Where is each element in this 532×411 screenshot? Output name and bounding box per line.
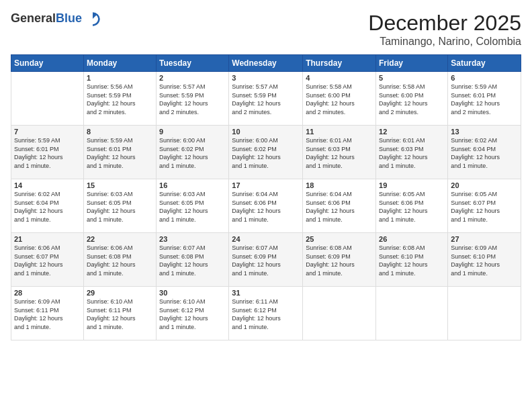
- table-row: 27Sunrise: 6:09 AM Sunset: 6:10 PM Dayli…: [448, 233, 521, 287]
- day-info: Sunrise: 5:56 AM Sunset: 5:59 PM Dayligh…: [87, 83, 153, 116]
- table-row: 19Sunrise: 6:05 AM Sunset: 6:06 PM Dayli…: [376, 179, 448, 233]
- table-row: 25Sunrise: 6:08 AM Sunset: 6:09 PM Dayli…: [303, 233, 376, 287]
- table-row: 18Sunrise: 6:04 AM Sunset: 6:06 PM Dayli…: [303, 179, 376, 233]
- logo-general: GeneralBlue: [11, 12, 82, 26]
- day-number: 30: [159, 289, 226, 297]
- day-info: Sunrise: 6:02 AM Sunset: 6:04 PM Dayligh…: [14, 190, 81, 224]
- col-monday: Monday: [83, 55, 156, 72]
- day-number: 31: [232, 289, 300, 297]
- day-number: 11: [306, 128, 373, 136]
- table-row: 12Sunrise: 6:01 AM Sunset: 6:03 PM Dayli…: [376, 126, 448, 179]
- day-info: Sunrise: 5:59 AM Sunset: 6:01 PM Dayligh…: [87, 136, 153, 170]
- day-number: 22: [87, 235, 153, 243]
- day-info: Sunrise: 6:06 AM Sunset: 6:08 PM Dayligh…: [87, 244, 153, 277]
- table-row: 1Sunrise: 5:56 AM Sunset: 5:59 PM Daylig…: [83, 72, 156, 126]
- page: GeneralBlue December 2025 Taminango, Nar…: [0, 0, 532, 411]
- day-number: 14: [14, 181, 81, 189]
- day-info: Sunrise: 6:09 AM Sunset: 6:11 PM Dayligh…: [14, 298, 81, 331]
- table-row: 21Sunrise: 6:06 AM Sunset: 6:07 PM Dayli…: [11, 233, 84, 287]
- day-number: 7: [14, 128, 81, 136]
- table-row: 15Sunrise: 6:03 AM Sunset: 6:05 PM Dayli…: [83, 179, 156, 233]
- day-number: 20: [451, 181, 518, 189]
- day-info: Sunrise: 5:57 AM Sunset: 5:59 PM Dayligh…: [159, 83, 226, 116]
- table-row: 17Sunrise: 6:04 AM Sunset: 6:06 PM Dayli…: [229, 179, 303, 233]
- table-row: 2Sunrise: 5:57 AM Sunset: 5:59 PM Daylig…: [157, 72, 229, 126]
- table-row: 23Sunrise: 6:07 AM Sunset: 6:08 PM Dayli…: [157, 233, 229, 287]
- logo-icon: [85, 11, 101, 27]
- day-info: Sunrise: 5:58 AM Sunset: 6:00 PM Dayligh…: [306, 83, 373, 116]
- table-row: 13Sunrise: 6:02 AM Sunset: 6:04 PM Dayli…: [448, 126, 521, 179]
- table-row: 14Sunrise: 6:02 AM Sunset: 6:04 PM Dayli…: [11, 179, 84, 233]
- day-info: Sunrise: 5:58 AM Sunset: 6:00 PM Dayligh…: [379, 83, 445, 116]
- col-sunday: Sunday: [11, 55, 84, 72]
- day-number: 26: [379, 235, 445, 243]
- table-row: 26Sunrise: 6:08 AM Sunset: 6:10 PM Dayli…: [376, 233, 448, 287]
- table-row: 20Sunrise: 6:05 AM Sunset: 6:07 PM Dayli…: [448, 179, 521, 233]
- table-row: 3Sunrise: 5:57 AM Sunset: 5:59 PM Daylig…: [229, 72, 303, 126]
- table-row: 11Sunrise: 6:01 AM Sunset: 6:03 PM Dayli…: [303, 126, 376, 179]
- day-info: Sunrise: 5:59 AM Sunset: 6:01 PM Dayligh…: [451, 83, 518, 116]
- day-number: 17: [232, 181, 300, 189]
- day-info: Sunrise: 6:05 AM Sunset: 6:07 PM Dayligh…: [451, 190, 518, 224]
- table-row: 7Sunrise: 5:59 AM Sunset: 6:01 PM Daylig…: [11, 126, 84, 179]
- day-info: Sunrise: 6:01 AM Sunset: 6:03 PM Dayligh…: [379, 136, 445, 170]
- table-row: 8Sunrise: 5:59 AM Sunset: 6:01 PM Daylig…: [83, 126, 156, 179]
- day-info: Sunrise: 6:05 AM Sunset: 6:06 PM Dayligh…: [379, 190, 445, 224]
- table-row: 24Sunrise: 6:07 AM Sunset: 6:09 PM Dayli…: [229, 233, 303, 287]
- table-row: 4Sunrise: 5:58 AM Sunset: 6:00 PM Daylig…: [303, 72, 376, 126]
- day-number: 10: [232, 128, 300, 136]
- col-wednesday: Wednesday: [229, 55, 303, 72]
- day-number: 18: [306, 181, 373, 189]
- table-row: 5Sunrise: 5:58 AM Sunset: 6:00 PM Daylig…: [376, 72, 448, 126]
- day-info: Sunrise: 5:57 AM Sunset: 5:59 PM Dayligh…: [232, 83, 300, 116]
- day-info: Sunrise: 6:09 AM Sunset: 6:10 PM Dayligh…: [451, 244, 518, 277]
- table-row: 29Sunrise: 6:10 AM Sunset: 6:11 PM Dayli…: [83, 287, 156, 340]
- day-number: 15: [87, 181, 153, 189]
- day-number: 23: [159, 235, 226, 243]
- col-tuesday: Tuesday: [157, 55, 229, 72]
- month-title: December 2025: [368, 11, 521, 36]
- calendar-week-1: 7Sunrise: 5:59 AM Sunset: 6:01 PM Daylig…: [11, 126, 521, 179]
- col-saturday: Saturday: [448, 55, 521, 72]
- day-info: Sunrise: 6:04 AM Sunset: 6:06 PM Dayligh…: [306, 190, 373, 224]
- day-number: 8: [87, 128, 153, 136]
- calendar-week-4: 28Sunrise: 6:09 AM Sunset: 6:11 PM Dayli…: [11, 287, 521, 340]
- table-row: 10Sunrise: 6:00 AM Sunset: 6:02 PM Dayli…: [229, 126, 303, 179]
- day-number: 12: [379, 128, 445, 136]
- day-number: 4: [306, 74, 373, 82]
- day-number: 21: [14, 235, 81, 243]
- day-number: 5: [379, 74, 445, 82]
- day-number: 19: [379, 181, 445, 189]
- day-number: 16: [159, 181, 226, 189]
- day-number: 29: [87, 289, 153, 297]
- day-number: 25: [306, 235, 373, 243]
- day-info: Sunrise: 6:08 AM Sunset: 6:09 PM Dayligh…: [306, 244, 373, 277]
- table-row: 28Sunrise: 6:09 AM Sunset: 6:11 PM Dayli…: [11, 287, 84, 340]
- location-title: Taminango, Narino, Colombia: [368, 36, 521, 48]
- day-number: 3: [232, 74, 300, 82]
- calendar-week-2: 14Sunrise: 6:02 AM Sunset: 6:04 PM Dayli…: [11, 179, 521, 233]
- day-info: Sunrise: 6:03 AM Sunset: 6:05 PM Dayligh…: [159, 190, 226, 224]
- header: GeneralBlue December 2025 Taminango, Nar…: [11, 11, 521, 48]
- day-number: 13: [451, 128, 518, 136]
- day-number: 6: [451, 74, 518, 82]
- calendar-header-row: Sunday Monday Tuesday Wednesday Thursday…: [11, 55, 521, 72]
- table-row: [11, 72, 84, 126]
- day-info: Sunrise: 6:06 AM Sunset: 6:07 PM Dayligh…: [14, 244, 81, 277]
- day-info: Sunrise: 6:00 AM Sunset: 6:02 PM Dayligh…: [159, 136, 226, 170]
- day-info: Sunrise: 6:04 AM Sunset: 6:06 PM Dayligh…: [232, 190, 300, 224]
- day-info: Sunrise: 6:11 AM Sunset: 6:12 PM Dayligh…: [232, 298, 300, 331]
- logo: GeneralBlue: [11, 11, 101, 27]
- col-friday: Friday: [376, 55, 448, 72]
- day-number: 1: [87, 74, 153, 82]
- day-info: Sunrise: 5:59 AM Sunset: 6:01 PM Dayligh…: [14, 136, 81, 170]
- day-info: Sunrise: 6:10 AM Sunset: 6:11 PM Dayligh…: [87, 298, 153, 331]
- day-info: Sunrise: 6:07 AM Sunset: 6:08 PM Dayligh…: [159, 244, 226, 277]
- day-number: 2: [159, 74, 226, 82]
- table-row: 31Sunrise: 6:11 AM Sunset: 6:12 PM Dayli…: [229, 287, 303, 340]
- table-row: 22Sunrise: 6:06 AM Sunset: 6:08 PM Dayli…: [83, 233, 156, 287]
- day-info: Sunrise: 6:08 AM Sunset: 6:10 PM Dayligh…: [379, 244, 445, 277]
- calendar-week-0: 1Sunrise: 5:56 AM Sunset: 5:59 PM Daylig…: [11, 72, 521, 126]
- title-block: December 2025 Taminango, Narino, Colombi…: [368, 11, 521, 48]
- day-info: Sunrise: 6:02 AM Sunset: 6:04 PM Dayligh…: [451, 136, 518, 170]
